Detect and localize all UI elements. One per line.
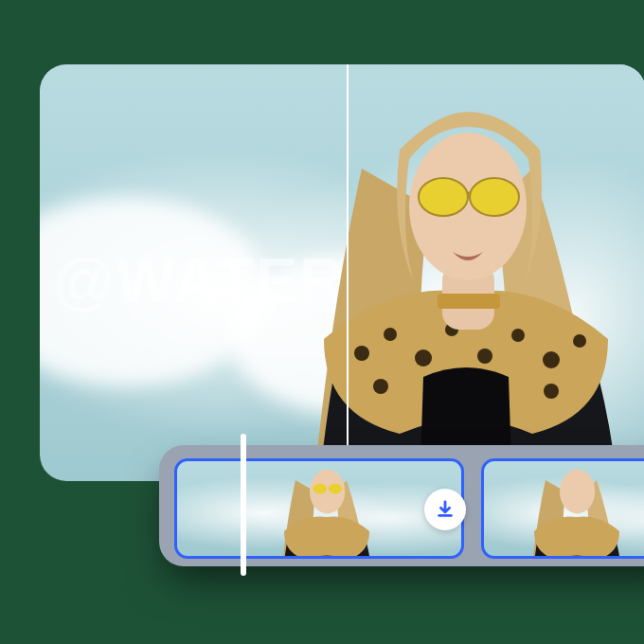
watermark-remover-preview: @WATER [0,0,644,644]
timeline-clip[interactable] [174,458,464,559]
svg-point-21 [313,484,327,494]
background-mountain [40,197,267,386]
svg-point-22 [329,484,342,494]
svg-point-23 [560,470,595,514]
timeline-playhead[interactable] [241,434,246,576]
after-side-mask [348,64,644,481]
timeline-strip [159,445,644,566]
download-icon [435,499,456,520]
timeline-clip[interactable] [481,458,644,559]
download-button[interactable] [424,489,466,530]
comparison-card: @WATER [40,64,644,481]
